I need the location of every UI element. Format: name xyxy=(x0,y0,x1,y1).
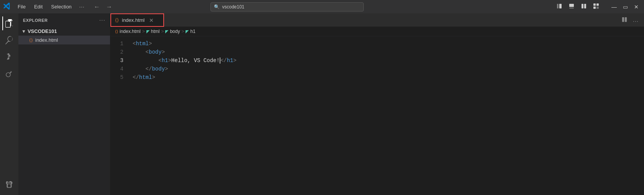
breadcrumb-body[interactable]: ◤ body xyxy=(165,29,180,34)
folder-name: VSCODE101 xyxy=(28,28,57,34)
breadcrumb: ⟨⟩ index.html > ◤ html > ◤ body > ◤ h1 xyxy=(110,27,644,36)
close-button[interactable]: ✕ xyxy=(632,2,641,11)
explorer-title: EXPLORER xyxy=(23,18,48,23)
minimize-button[interactable]: — xyxy=(609,2,619,11)
tag-html-close: html xyxy=(139,73,152,82)
line-num-1: 1 xyxy=(110,39,130,48)
file-row-index-html[interactable]: ⟨⟩ index.html xyxy=(18,36,110,44)
search-bar[interactable]: 🔍 xyxy=(210,2,364,11)
breadcrumb-html-text: html xyxy=(151,29,160,34)
breadcrumb-file[interactable]: ⟨⟩ index.html xyxy=(115,29,141,34)
html-file-icon: ⟨⟩ xyxy=(29,38,33,43)
code-content[interactable]: <html> <body> <h1>Hello, VS Code!</h1> <… xyxy=(130,36,639,195)
menu-file[interactable]: File xyxy=(15,2,29,11)
code-text: Hello, VS Code! xyxy=(171,56,220,65)
main-layout: EXPLORER ··· ▼ VSCODE101 ⟨⟩ index.html ⟨… xyxy=(0,13,644,195)
svg-rect-4 xyxy=(582,4,583,8)
tab-label: index.html xyxy=(122,17,145,23)
sidebar: EXPLORER ··· ▼ VSCODE101 ⟨⟩ index.html xyxy=(18,13,110,195)
gt-4: > xyxy=(233,56,237,65)
folder-row[interactable]: ▼ VSCODE101 xyxy=(18,27,110,36)
explorer-activity-icon[interactable] xyxy=(2,16,16,30)
tab-close-button[interactable]: ✕ xyxy=(149,18,154,23)
nav-back-button[interactable]: ← xyxy=(92,3,102,11)
breadcrumb-html[interactable]: ◤ html xyxy=(146,29,160,34)
line-num-4: 4 xyxy=(110,65,130,73)
svg-rect-6 xyxy=(593,3,596,6)
search-input[interactable] xyxy=(222,4,360,10)
nav-forward-button[interactable]: → xyxy=(104,3,115,11)
search-icon: 🔍 xyxy=(214,4,220,10)
breadcrumb-html-icon: ⟨⟩ xyxy=(115,29,118,34)
svg-rect-9 xyxy=(596,7,599,9)
breadcrumb-sep-1: > xyxy=(142,29,145,34)
tab-html-icon: ⟨⟩ xyxy=(115,17,119,23)
svg-rect-2 xyxy=(569,4,574,7)
lt-1: < xyxy=(133,39,136,48)
explorer-more-button[interactable]: ··· xyxy=(99,17,105,24)
breadcrumb-file-name: index.html xyxy=(120,29,141,34)
gt-3: > xyxy=(168,56,171,65)
tag-body: body xyxy=(149,48,162,56)
tag-body-close: body xyxy=(152,65,165,73)
sidebar-header: EXPLORER ··· xyxy=(18,13,110,27)
menu-edit[interactable]: Edit xyxy=(31,2,46,11)
lt-6: </ xyxy=(133,73,139,82)
indent-4 xyxy=(133,65,146,73)
extensions-activity-icon[interactable] xyxy=(2,178,16,192)
lt-4: </ xyxy=(220,56,227,65)
editor-more-button[interactable]: … xyxy=(631,15,641,25)
line-num-2: 2 xyxy=(110,48,130,56)
window-controls: — ▭ ✕ xyxy=(554,2,641,12)
line-num-3: 3 xyxy=(110,56,130,65)
activity-bar xyxy=(0,13,18,195)
breadcrumb-cube-icon-2: ◤ xyxy=(165,29,168,34)
code-editor[interactable]: 1 2 3 4 5 <html> <body> <h1>Hello, VS Co xyxy=(110,36,644,195)
file-name-index-html: index.html xyxy=(35,37,58,43)
breadcrumb-cube-icon-3: ◤ xyxy=(186,29,189,34)
line-numbers: 1 2 3 4 5 xyxy=(110,36,130,195)
indent-2 xyxy=(133,48,146,56)
source-control-activity-icon[interactable] xyxy=(2,50,16,64)
code-line-3: <h1>Hello, VS Code!</h1> xyxy=(133,56,639,65)
code-line-1: <html> xyxy=(133,39,639,48)
title-bar: File Edit Selection ··· ← → 🔍 — ▭ ✕ xyxy=(0,0,644,13)
svg-rect-11 xyxy=(625,17,627,21)
gt-2: > xyxy=(162,48,165,56)
breadcrumb-h1-text: h1 xyxy=(190,29,195,34)
svg-rect-5 xyxy=(584,4,586,8)
toggle-layout-button[interactable] xyxy=(578,2,589,12)
svg-rect-8 xyxy=(593,7,596,9)
code-line-4: </body> xyxy=(133,65,639,73)
customize-layout-button[interactable] xyxy=(591,2,601,12)
menu-selection[interactable]: Selection xyxy=(48,2,74,11)
toggle-panel-button[interactable] xyxy=(566,2,577,12)
gt-6: > xyxy=(152,73,155,82)
lt-2: < xyxy=(146,48,149,56)
menu-more[interactable]: ··· xyxy=(77,2,87,11)
run-debug-activity-icon[interactable] xyxy=(2,67,16,81)
code-line-2: <body> xyxy=(133,48,639,56)
toggle-sidebar-button[interactable] xyxy=(554,2,565,12)
indent-3 xyxy=(133,56,158,65)
folder-chevron: ▼ xyxy=(21,29,26,34)
vscode-logo xyxy=(3,2,12,11)
svg-rect-0 xyxy=(557,4,559,8)
breadcrumb-body-text: body xyxy=(170,29,180,34)
tab-index-html[interactable]: ⟨⟩ index.html ✕ xyxy=(110,13,164,27)
restore-button[interactable]: ▭ xyxy=(621,2,630,11)
gt-5: > xyxy=(165,65,168,73)
breadcrumb-h1[interactable]: ◤ h1 xyxy=(186,29,195,34)
code-line-5: </html> xyxy=(133,73,639,82)
tag-html-1: html xyxy=(136,39,149,48)
svg-rect-10 xyxy=(622,17,624,21)
svg-rect-7 xyxy=(596,3,599,6)
split-editor-button[interactable] xyxy=(620,16,629,25)
scrollbar[interactable] xyxy=(639,36,644,195)
breadcrumb-sep-2: > xyxy=(161,29,164,34)
tab-bar-actions: … xyxy=(617,15,644,25)
editor-area: ⟨⟩ index.html ✕ … ⟨⟩ index.html > ◤ html xyxy=(110,13,644,195)
tag-h1-open: h1 xyxy=(162,56,168,65)
tag-h1-close: h1 xyxy=(227,56,233,65)
search-activity-icon[interactable] xyxy=(2,33,16,47)
